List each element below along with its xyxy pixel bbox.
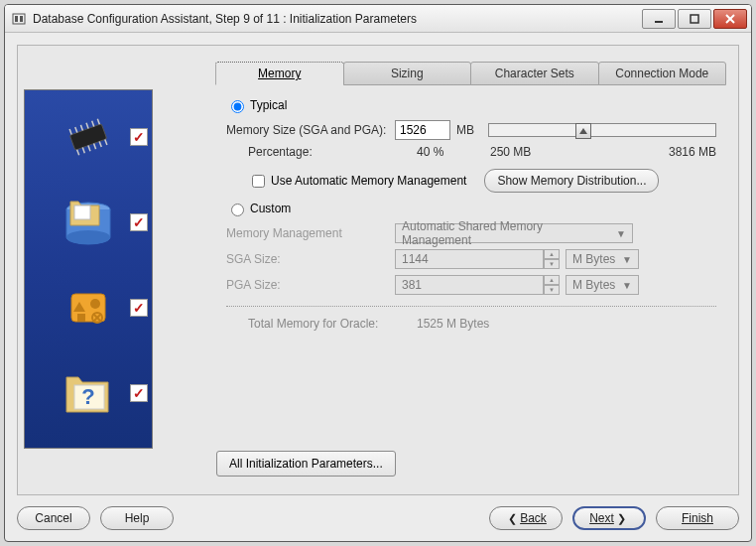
all-initialization-parameters-button[interactable]: All Initialization Parameters... [216, 451, 396, 477]
sidebar-step-db: ✓ [25, 192, 152, 253]
tab-content-memory: Typical Memory Size (SGA and PGA): MB Pe… [216, 85, 726, 441]
memory-size-label: Memory Size (SGA and PGA): [226, 123, 395, 137]
svg-line-11 [86, 123, 88, 129]
total-memory-value: 1525 M Bytes [417, 317, 489, 331]
memory-mgmt-value: Automatic Shared Memory Management [402, 219, 610, 247]
percentage-row: Percentage: 40 % 250 MB 3816 MB [248, 145, 716, 159]
arrow-left-icon: ❮ [508, 512, 517, 525]
back-button[interactable]: ❮Back [489, 506, 563, 530]
finish-button[interactable]: Finish [656, 506, 739, 530]
svg-rect-1 [15, 16, 18, 22]
pga-unit: M Bytes [572, 278, 615, 292]
tab-character-sets[interactable]: Character Sets [470, 62, 599, 85]
wizard-sidebar: ✓ ✓ ✓ ? ✓ [24, 89, 153, 449]
svg-point-21 [66, 230, 110, 244]
total-memory-label: Total Memory for Oracle: [248, 317, 417, 331]
chevron-down-icon: ▼ [622, 280, 632, 291]
check-icon: ✓ [130, 213, 148, 231]
typical-label: Typical [250, 98, 287, 112]
memory-size-row: Memory Size (SGA and PGA): MB [226, 119, 716, 141]
next-label: Next [589, 511, 614, 525]
window-frame: Database Configuration Assistant, Step 9… [4, 4, 752, 542]
show-memory-distribution-button[interactable]: Show Memory Distribution... [484, 169, 659, 193]
svg-rect-22 [74, 205, 90, 219]
slider-knob-icon[interactable] [575, 123, 591, 139]
tab-sizing[interactable]: Sizing [343, 62, 472, 85]
svg-line-13 [97, 119, 99, 125]
window-controls [642, 9, 747, 29]
finish-label: Finish [682, 511, 713, 525]
svg-point-25 [90, 299, 100, 309]
sga-label: SGA Size: [226, 252, 395, 266]
auto-memory-label: Use Automatic Memory Management [271, 174, 466, 188]
sga-row: SGA Size: 1144 ▲▼ M Bytes ▼ [226, 248, 716, 270]
svg-line-16 [88, 146, 90, 152]
auto-memory-row: Use Automatic Memory Management Show Mem… [248, 169, 716, 193]
svg-marker-32 [579, 128, 587, 134]
memory-size-input[interactable] [395, 120, 450, 140]
svg-line-9 [75, 127, 77, 133]
memory-slider[interactable] [488, 120, 716, 140]
pga-unit-select: M Bytes ▼ [566, 275, 639, 295]
app-icon [11, 11, 27, 27]
svg-line-18 [99, 141, 101, 147]
memory-size-unit: MB [456, 123, 474, 137]
svg-line-8 [69, 129, 71, 135]
pga-value: 381 [395, 275, 544, 295]
arrow-down-icon: ▼ [544, 285, 560, 295]
next-button[interactable]: Next❯ [572, 506, 646, 530]
wizard-footer: Cancel Help ❮Back Next❯ Finish [17, 503, 739, 533]
window-title: Database Configuration Assistant, Step 9… [33, 12, 642, 26]
question-folder-icon: ? [59, 366, 118, 420]
minimize-button[interactable] [642, 9, 676, 29]
database-folder-icon [59, 196, 118, 249]
check-icon: ✓ [130, 384, 148, 402]
svg-rect-0 [13, 14, 25, 24]
close-button[interactable] [713, 9, 747, 29]
tools-icon [59, 281, 118, 335]
svg-line-15 [82, 148, 84, 154]
sidebar-step-tools: ✓ [25, 277, 152, 339]
svg-line-17 [94, 143, 96, 149]
sga-spinner: 1144 ▲▼ [395, 249, 560, 269]
separator [226, 306, 716, 307]
custom-radio[interactable] [231, 204, 244, 216]
slider-min-label: 250 MB [476, 145, 637, 159]
svg-line-14 [77, 150, 79, 156]
help-button[interactable]: Help [100, 506, 174, 530]
svg-rect-26 [77, 314, 85, 322]
arrow-up-icon: ▲ [544, 249, 560, 259]
arrow-down-icon: ▼ [544, 259, 560, 269]
cancel-button[interactable]: Cancel [17, 506, 90, 530]
chevron-down-icon: ▼ [622, 254, 632, 265]
sga-unit: M Bytes [572, 252, 615, 266]
client-area: ✓ ✓ ✓ ? ✓ Memory S [17, 45, 739, 495]
chip-icon [59, 110, 118, 164]
svg-rect-4 [691, 15, 698, 23]
arrow-right-icon: ❯ [617, 512, 626, 525]
typical-radio-row: Typical [226, 97, 716, 113]
sga-unit-select: M Bytes ▼ [566, 249, 639, 269]
svg-text:?: ? [81, 384, 94, 409]
pga-spinner: 381 ▲▼ [395, 275, 560, 295]
custom-radio-row: Custom [226, 201, 716, 216]
custom-label: Custom [250, 202, 291, 215]
typical-radio[interactable] [231, 100, 244, 113]
svg-rect-2 [20, 16, 23, 22]
tab-connection-mode[interactable]: Connection Mode [598, 62, 727, 85]
tab-memory[interactable]: Memory [215, 62, 344, 85]
maximize-button[interactable] [678, 9, 711, 29]
svg-line-12 [92, 121, 94, 127]
svg-line-19 [105, 139, 107, 145]
titlebar[interactable]: Database Configuration Assistant, Step 9… [5, 5, 751, 33]
svg-line-10 [80, 125, 82, 131]
percentage-value: 40 % [417, 145, 476, 159]
sidebar-step-chip: ✓ [25, 106, 152, 168]
tab-strip: Memory Sizing Character Sets Connection … [216, 62, 726, 85]
memory-mgmt-row: Memory Management Automatic Shared Memor… [226, 222, 716, 244]
auto-memory-checkbox[interactable] [252, 175, 265, 188]
check-icon: ✓ [130, 299, 148, 317]
sidebar-step-question: ? ✓ [25, 362, 152, 424]
slider-max-label: 3816 MB [637, 145, 716, 159]
chevron-down-icon: ▼ [616, 228, 626, 239]
